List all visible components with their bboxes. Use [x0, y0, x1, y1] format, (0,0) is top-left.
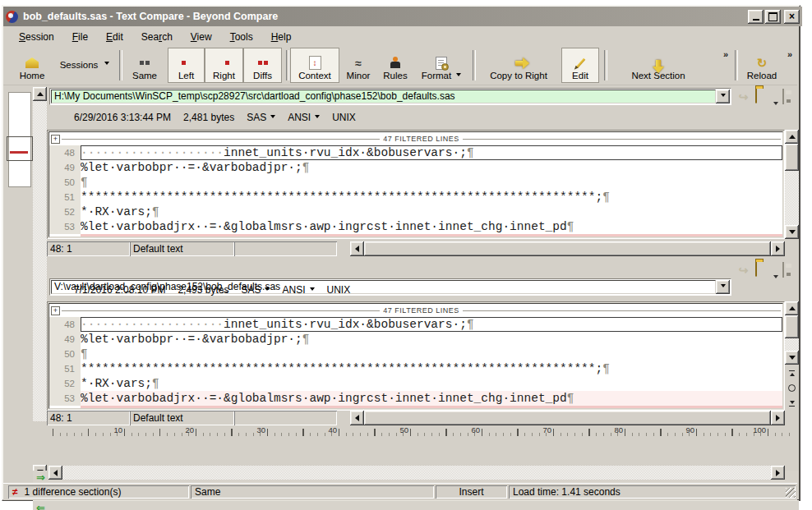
top-code-pane[interactable]: + 47 FILTERED LINES 48··················… [47, 130, 785, 239]
detail-hscroll-left-button[interactable] [48, 466, 62, 480]
diff-line-sliver [81, 234, 782, 237]
expand-filtered-lines-button[interactable]: + [51, 135, 60, 144]
scroll-to-top-button[interactable] [787, 369, 797, 378]
top-hscroll-left-button[interactable] [350, 241, 364, 256]
show-diffs-button[interactable]: Diffs [244, 48, 281, 82]
code-line-51[interactable]: 51**************************************… [49, 361, 782, 376]
scroll-thumb[interactable] [785, 315, 799, 338]
code-line-50[interactable]: 50¶ [49, 175, 782, 190]
rules-icon [390, 57, 401, 69]
status-comparison: Same [191, 485, 434, 499]
arrow-left-icon: ⇐ [36, 501, 45, 510]
scroll-down-button[interactable] [785, 351, 799, 365]
code-line-48[interactable]: 48····················innet_units·rvu_id… [49, 317, 782, 332]
arrow-right-icon [776, 470, 783, 476]
detail-hscroll-right-button[interactable] [771, 466, 785, 480]
top-encoding-dropdown[interactable]: ANSI [288, 112, 320, 123]
swap-sides-button[interactable]: ↪ [736, 90, 750, 103]
code-line-52[interactable]: 52*·RX·vars;¶ [49, 376, 782, 391]
format-button[interactable]: Format [414, 48, 468, 82]
code-line-49[interactable]: 49%let·varbobpr··=·&varbobadjpr·;¶ [49, 160, 782, 175]
bottom-browse-dropdown[interactable] [773, 269, 778, 284]
bottom-hscroll-thumb[interactable] [364, 411, 771, 425]
overview-viewport-box[interactable] [7, 136, 33, 161]
home-button[interactable]: Home [12, 48, 53, 82]
center-current-button[interactable] [787, 384, 797, 393]
edit-button[interactable]: Edit [562, 48, 598, 82]
toolbar-overflow-chevron[interactable]: » [723, 49, 728, 59]
close-button[interactable]: × [784, 10, 800, 24]
rules-button[interactable]: Rules [378, 48, 413, 82]
bottom-hscroll-left-button[interactable] [350, 411, 364, 425]
bottom-path-dropdown-button[interactable] [716, 280, 730, 294]
menu-session[interactable]: Session [10, 29, 63, 45]
swap-sides-button[interactable]: ↪ [736, 263, 750, 277]
detail-hscroll-track[interactable] [62, 466, 771, 480]
top-path-dropdown-button[interactable] [716, 90, 730, 103]
menu-help[interactable]: Help [262, 29, 301, 45]
code-line-48[interactable]: 48····················innet_units·rvu_id… [49, 145, 782, 160]
ruler-ticks [53, 425, 796, 436]
copy-to-right-button[interactable]: Copy to Right [478, 48, 560, 82]
top-path-combobox[interactable]: H:\My Documents\WinSCP_temp\scp28927\src… [49, 88, 731, 105]
minor-button[interactable]: ≈ Minor [340, 48, 376, 82]
context-button[interactable]: ↕ Context [291, 48, 339, 82]
left-scrollbar-up-button[interactable] [33, 87, 47, 101]
toolbar-overflow-chevron[interactable]: » [787, 49, 792, 59]
menu-file[interactable]: File [63, 29, 97, 45]
diff-line-sliver [81, 406, 782, 409]
top-browse-dropdown[interactable] [773, 96, 778, 111]
show-same-button[interactable]: Same [123, 48, 166, 82]
window-title: bob_defaults.sas - Text Compare - Beyond… [23, 11, 746, 22]
home-icon [25, 57, 39, 68]
scroll-down-button[interactable] [785, 225, 799, 239]
code-line-52[interactable]: 52*·RX·vars;¶ [49, 204, 782, 219]
reload-button[interactable]: ↻ Reload [740, 48, 783, 82]
code-line-49[interactable]: 49%let·varbobpr··=·&varbobadjpr·;¶ [49, 332, 782, 347]
top-path-field[interactable]: H:\My Documents\WinSCP_temp\scp28927\src… [51, 90, 716, 103]
bottom-encoding-dropdown[interactable]: ANSI [282, 284, 314, 296]
pilcrow-icon: ¶ [81, 347, 88, 361]
bottom-code-pane[interactable]: + 47 FILTERED LINES 48··················… [47, 301, 785, 411]
menu-view[interactable]: View [182, 29, 221, 45]
minimize-button[interactable] [748, 10, 764, 24]
show-right-button[interactable]: Right [205, 48, 242, 82]
maximize-button[interactable] [765, 10, 781, 24]
bottom-format-dropdown[interactable]: SAS [241, 284, 270, 296]
not-equal-icon: ≠ [12, 486, 18, 498]
bottom-save-button[interactable] [782, 263, 784, 278]
code-line-51[interactable]: 51**************************************… [49, 190, 782, 204]
pilcrow-icon: ¶ [602, 191, 610, 204]
bottom-status-extra [234, 411, 337, 425]
diff-detail-right-line[interactable]: ⇐ ····················innet_units·rvu_id… [33, 500, 799, 510]
code-line-53[interactable]: 53%let·varbobadjrx··=·&globalmsrs·awp·in… [49, 219, 782, 234]
dropdown-icon [310, 287, 315, 293]
save-icon [782, 89, 784, 104]
menu-search[interactable]: Search [132, 29, 182, 45]
show-left-button[interactable]: Left [168, 48, 204, 82]
bottom-hscroll-right-button[interactable] [771, 411, 785, 425]
menu-edit[interactable]: Edit [97, 29, 132, 45]
top-save-button[interactable] [782, 90, 784, 104]
scroll-thumb[interactable] [785, 144, 799, 171]
top-format-dropdown[interactable]: SAS [247, 112, 275, 123]
top-hscroll-thumb[interactable] [364, 241, 771, 256]
top-browse-button[interactable] [755, 89, 757, 103]
scroll-to-bottom-button[interactable] [787, 399, 797, 408]
top-hscroll-right-button[interactable] [771, 241, 785, 256]
open-folder-icon [755, 88, 757, 103]
menu-tools[interactable]: Tools [221, 29, 262, 45]
left-scrollbar-track[interactable] [33, 101, 47, 421]
bottom-pane-scrollbar[interactable] [785, 301, 799, 365]
scroll-up-button[interactable] [785, 301, 799, 315]
resize-grip[interactable] [786, 488, 796, 498]
code-line-53[interactable]: 53%let·varbobadjrx··=·&globalmsrs·awp·in… [49, 391, 782, 406]
sessions-button[interactable]: Sessions [54, 48, 115, 82]
bottom-browse-button[interactable] [755, 262, 757, 277]
top-pane-scrollbar[interactable] [785, 130, 799, 239]
title-bar[interactable]: bob_defaults.sas - Text Compare - Beyond… [3, 7, 802, 26]
next-section-button[interactable]: Next Section [609, 48, 708, 82]
code-line-50[interactable]: 50¶ [49, 347, 782, 361]
expand-filtered-lines-button[interactable]: + [51, 306, 60, 315]
scroll-up-button[interactable] [785, 130, 799, 144]
